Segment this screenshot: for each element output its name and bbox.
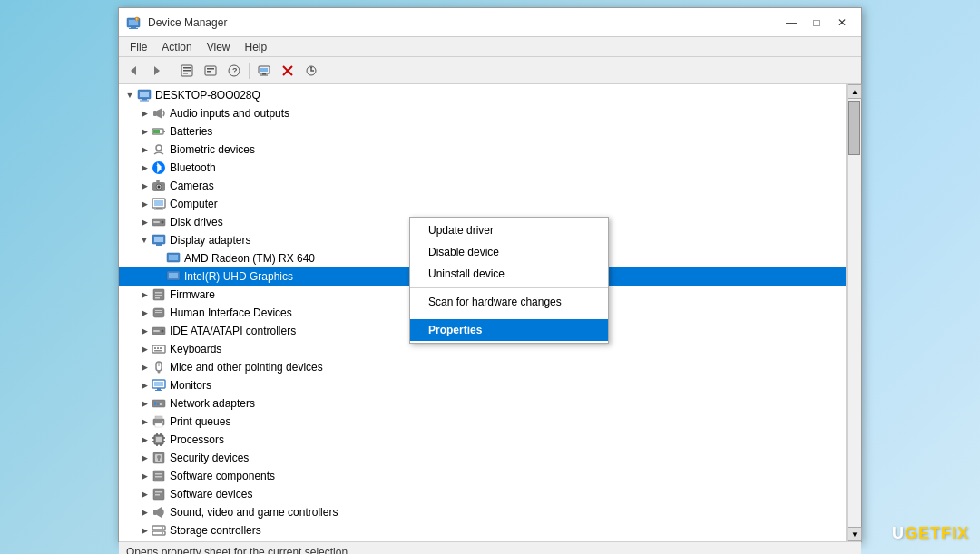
ctx-properties[interactable]: Properties <box>410 319 608 341</box>
tree-item-security[interactable]: ▶ Security devices <box>119 449 846 467</box>
svg-rect-3 <box>129 28 138 29</box>
tree-item-computer[interactable]: ▶ Computer <box>119 195 846 213</box>
ctx-update-driver[interactable]: Update driver <box>410 219 608 241</box>
biometric-expand-icon: ▶ <box>137 142 152 157</box>
scroll-up-button[interactable]: ▲ <box>848 84 862 99</box>
computer-tree-icon <box>152 197 166 211</box>
svg-rect-84 <box>156 437 162 442</box>
menu-action[interactable]: Action <box>154 39 199 55</box>
tree-item-bluetooth[interactable]: ▶ Bluetooth <box>119 159 846 177</box>
context-menu: Update driver Disable device Uninstall d… <box>409 217 609 344</box>
status-text: Opens property sheet for the current sel… <box>126 546 350 555</box>
maximize-button[interactable]: □ <box>805 14 828 32</box>
svg-rect-96 <box>158 457 160 461</box>
diskdrives-icon <box>152 215 166 229</box>
processors-icon <box>152 433 166 447</box>
scroll-track[interactable] <box>848 99 861 527</box>
cameras-expand-icon: ▶ <box>137 179 152 193</box>
tree-item-mice[interactable]: ▶ Mice and other pointing devices <box>119 358 846 376</box>
printqueues-expand-icon: ▶ <box>137 414 152 429</box>
toolbar-separator-2 <box>249 63 250 79</box>
update-driver-button[interactable] <box>200 60 221 82</box>
ide-expand-icon: ▶ <box>137 324 152 338</box>
ide-icon <box>152 324 166 338</box>
tree-item-printqueues[interactable]: ▶ Print queues <box>119 413 846 431</box>
display-label: Display adapters <box>170 234 250 247</box>
tree-item-biometric[interactable]: ▶ Biometric devices <box>119 141 846 159</box>
properties-button[interactable] <box>176 60 198 82</box>
svg-rect-9 <box>183 67 191 69</box>
monitors-icon <box>152 378 166 393</box>
amd-label: AMD Radeon (TM) RX 640 <box>184 252 315 265</box>
window-title: Device Manager <box>148 16 779 29</box>
tree-item-system[interactable]: ▶ System devices <box>119 539 846 541</box>
scroll-thumb[interactable] <box>848 101 860 155</box>
sound-label: Sound, video and game controllers <box>170 506 338 519</box>
back-button[interactable] <box>122 60 144 82</box>
tree-item-batteries[interactable]: ▶ Batteries <box>119 122 846 141</box>
svg-point-33 <box>156 145 162 151</box>
watermark-suffix: ETFIX <box>918 524 969 542</box>
svg-rect-28 <box>153 111 157 116</box>
display-icon <box>152 233 166 248</box>
menu-file[interactable]: File <box>122 39 154 55</box>
app-icon: ! <box>126 15 141 30</box>
tree-item-processors[interactable]: ▶ Processors <box>119 431 846 449</box>
forward-button[interactable] <box>146 60 168 82</box>
tree-item-softwarecomponents[interactable]: ▶ Software components <box>119 467 846 485</box>
tree-item-softwaredevices[interactable]: ▶ Software devices <box>119 485 846 503</box>
svg-text:?: ? <box>232 66 238 75</box>
svg-rect-67 <box>154 350 162 352</box>
help-button[interactable]: ? <box>223 60 245 82</box>
tree-item-monitors[interactable]: ▶ Monitors <box>119 376 846 394</box>
delete-button[interactable] <box>277 60 299 82</box>
mice-icon <box>152 360 166 374</box>
svg-rect-26 <box>142 99 147 101</box>
svg-point-70 <box>158 371 161 374</box>
menu-view[interactable]: View <box>200 39 238 55</box>
close-button[interactable]: ✕ <box>830 14 854 32</box>
keyboards-icon <box>152 342 166 356</box>
tree-item-storage[interactable]: ▶ Storage controllers <box>119 521 846 539</box>
mice-label: Mice and other pointing devices <box>170 361 323 374</box>
tree-item-audio[interactable]: ▶ Audio inputs and outputs <box>119 104 846 122</box>
tree-item-network[interactable]: ▶ Network adapters <box>119 394 846 413</box>
tree-item-cameras[interactable]: ▶ Cameras <box>119 177 846 195</box>
firmware-icon <box>152 287 166 302</box>
scrollbar[interactable]: ▲ ▼ <box>847 84 861 541</box>
ctx-scan-hardware[interactable]: Scan for hardware changes <box>410 291 608 313</box>
svg-rect-48 <box>156 244 162 246</box>
svg-point-44 <box>162 221 164 224</box>
softwarecomponents-icon <box>152 469 166 483</box>
computer-button[interactable] <box>253 60 275 82</box>
svg-rect-103 <box>153 510 157 515</box>
softwaredevices-icon <box>152 487 166 501</box>
svg-rect-81 <box>155 423 162 427</box>
svg-rect-19 <box>262 73 266 75</box>
monitors-expand-icon: ▶ <box>137 378 152 393</box>
softwaredevices-label: Software devices <box>170 488 252 501</box>
tree-root[interactable]: ▼ DESKTOP-8OO028Q <box>119 86 846 104</box>
scan-button[interactable] <box>300 60 322 82</box>
toolbar: ? <box>119 57 861 84</box>
ctx-uninstall-device[interactable]: Uninstall device <box>410 263 608 285</box>
svg-point-37 <box>158 186 161 189</box>
menu-bar: File Action View Help <box>119 37 861 57</box>
svg-rect-38 <box>156 180 160 182</box>
scroll-down-button[interactable]: ▼ <box>848 527 862 541</box>
svg-rect-42 <box>154 209 163 210</box>
hid-icon <box>152 306 166 320</box>
network-expand-icon: ▶ <box>137 396 152 411</box>
network-label: Network adapters <box>170 397 255 410</box>
intel-label: Intel(R) UHD Graphics <box>184 270 293 283</box>
ctx-separator-2 <box>410 316 608 316</box>
tree-item-sound[interactable]: ▶ Sound, video and game controllers <box>119 503 846 521</box>
svg-rect-78 <box>160 403 162 405</box>
cameras-label: Cameras <box>170 180 214 192</box>
svg-rect-45 <box>153 221 160 223</box>
ctx-disable-device[interactable]: Disable device <box>410 241 608 263</box>
firmware-expand-icon: ▶ <box>137 287 152 302</box>
menu-help[interactable]: Help <box>238 39 275 55</box>
minimize-button[interactable]: — <box>779 14 803 32</box>
monitors-label: Monitors <box>170 379 211 392</box>
